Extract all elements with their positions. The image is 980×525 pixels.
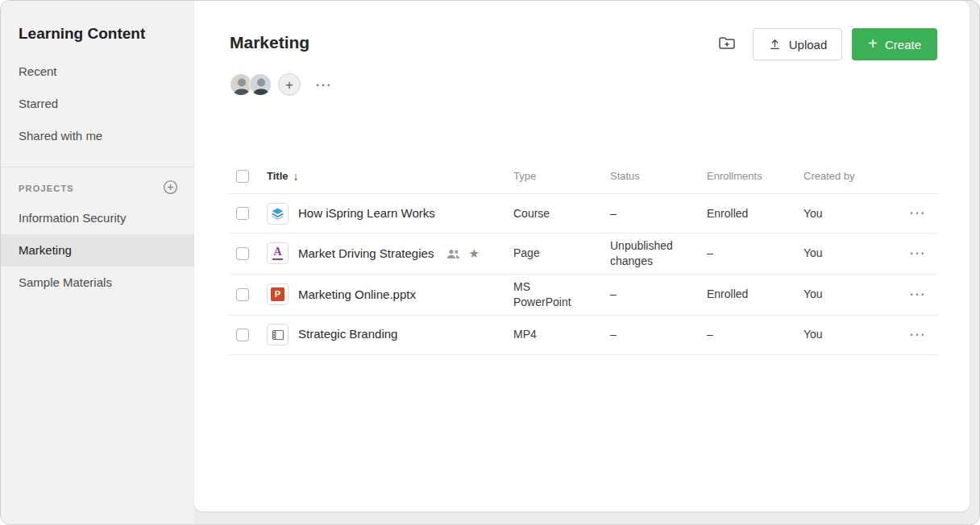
table-row: A Market Driving Strategies ★ Page Unpub… <box>230 234 937 275</box>
sidebar-nav: Recent Starred Shared with me <box>1 56 194 152</box>
sidebar-project-marketing[interactable]: Marketing <box>1 234 194 267</box>
members-more-button[interactable]: ⋯ <box>315 76 332 93</box>
column-header-type[interactable]: Type <box>513 169 610 184</box>
item-created-by: You <box>804 246 889 261</box>
row-menu-button[interactable]: ⋯ <box>909 286 926 302</box>
upload-button-label: Upload <box>789 38 828 52</box>
sidebar-project-information-security[interactable]: Information Security <box>1 202 194 234</box>
item-enrollments: – <box>707 246 804 261</box>
star-icon[interactable]: ★ <box>468 247 479 259</box>
row-checkbox[interactable] <box>236 247 249 260</box>
table-row: P Marketing Online.pptx MS PowerPoint – … <box>230 275 937 316</box>
add-project-button[interactable] <box>163 180 178 197</box>
projects-section-header: PROJECTS <box>1 167 194 202</box>
sidebar: Learning Content Recent Starred Shared w… <box>1 1 194 524</box>
sidebar-title: Learning Content <box>1 1 194 56</box>
item-enrollments: Enrolled <box>707 206 804 221</box>
sidebar-item-shared-with-me[interactable]: Shared with me <box>1 120 194 152</box>
avatar[interactable] <box>249 73 272 96</box>
sidebar-project-sample-materials[interactable]: Sample Materials <box>1 267 194 299</box>
sort-desc-icon: ↓ <box>293 169 299 184</box>
powerpoint-icon: P <box>267 283 289 305</box>
item-created-by: You <box>804 206 889 221</box>
page-header: Marketing Upload + Create <box>230 28 937 60</box>
column-header-enrollments[interactable]: Enrollments <box>707 169 804 184</box>
row-menu-button[interactable]: ⋯ <box>909 245 926 261</box>
powerpoint-letter: P <box>271 287 284 301</box>
new-folder-button[interactable] <box>711 28 743 60</box>
upload-button[interactable]: Upload <box>753 28 843 60</box>
row-checkbox[interactable] <box>236 207 249 220</box>
row-menu-button[interactable]: ⋯ <box>909 326 926 342</box>
plus-circle-icon <box>163 180 178 197</box>
row-menu-button[interactable]: ⋯ <box>909 205 926 221</box>
shared-users-icon <box>446 248 460 259</box>
create-button-label: Create <box>885 38 921 52</box>
add-member-button[interactable]: + <box>278 73 301 96</box>
item-type: Page <box>513 246 610 261</box>
row-indicators: ★ <box>446 247 479 259</box>
item-status: – <box>610 327 707 342</box>
table-row: Strategic Branding MP4 – – You ⋯ <box>230 316 937 355</box>
item-type: MP4 <box>513 327 610 342</box>
item-status: Unpublished changes <box>610 238 707 269</box>
item-title[interactable]: Strategic Branding <box>298 326 397 342</box>
item-enrollments: – <box>707 327 804 342</box>
ellipsis-icon: ⋯ <box>909 204 926 221</box>
ellipsis-icon: ⋯ <box>315 76 332 93</box>
page-letter: A <box>272 246 282 260</box>
item-created-by: You <box>804 327 889 342</box>
ellipsis-icon: ⋯ <box>909 244 926 262</box>
item-status: – <box>610 206 707 221</box>
header-actions: Upload + Create <box>711 28 937 60</box>
column-header-title-label: Title <box>267 169 289 184</box>
column-header-status[interactable]: Status <box>610 169 707 184</box>
row-checkbox[interactable] <box>236 329 249 341</box>
item-enrollments: Enrolled <box>707 287 804 302</box>
item-title[interactable]: Market Driving Strategies <box>298 246 434 262</box>
select-all-checkbox[interactable] <box>236 170 249 183</box>
members-row: + ⋯ <box>230 73 937 96</box>
ellipsis-icon: ⋯ <box>909 325 926 343</box>
projects-section-label: PROJECTS <box>19 184 74 193</box>
item-type: Course <box>513 206 610 221</box>
page-icon: A <box>267 242 289 264</box>
content-table: Title ↓ Type Status Enrollments Created … <box>230 167 937 355</box>
item-title[interactable]: How iSpring Learn Works <box>298 205 435 221</box>
course-icon <box>267 203 289 225</box>
item-type: MS PowerPoint <box>513 279 610 310</box>
sidebar-item-starred[interactable]: Starred <box>1 88 194 120</box>
app-window: Learning Content Recent Starred Shared w… <box>0 0 980 525</box>
folder-plus-icon <box>717 34 737 56</box>
column-header-title[interactable]: Title ↓ <box>267 169 513 184</box>
ellipsis-icon: ⋯ <box>909 285 926 303</box>
upload-icon <box>768 38 782 52</box>
plus-icon: + <box>285 78 293 92</box>
item-title[interactable]: Marketing Online.pptx <box>298 287 416 303</box>
column-header-created-by[interactable]: Created by <box>804 169 889 184</box>
row-checkbox[interactable] <box>236 288 249 301</box>
create-button[interactable]: + Create <box>852 28 937 60</box>
page-title: Marketing <box>230 28 309 52</box>
table-header-row: Title ↓ Type Status Enrollments Created … <box>230 167 937 194</box>
plus-icon: + <box>868 35 878 52</box>
sidebar-item-recent[interactable]: Recent <box>1 56 194 88</box>
item-created-by: You <box>804 287 889 302</box>
table-row: How iSpring Learn Works Course – Enrolle… <box>230 194 937 234</box>
item-status: – <box>610 287 707 302</box>
content-card: Marketing Upload + Create <box>194 1 970 511</box>
video-icon <box>267 324 289 345</box>
